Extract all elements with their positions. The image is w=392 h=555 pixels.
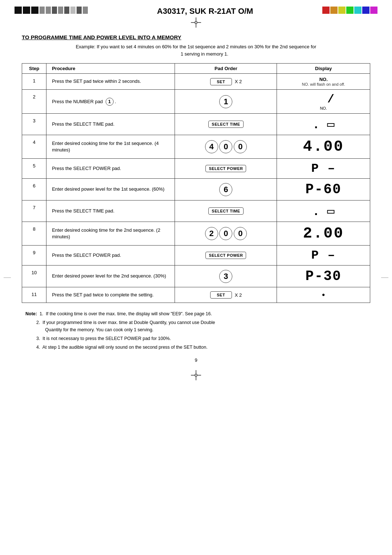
note-3: 3. It is not necessary to press the SELE… <box>25 335 367 342</box>
color-block <box>354 7 362 14</box>
number-0-pad-3[interactable]: 0 <box>219 227 232 240</box>
procedure-text: Enter desired power level for the 1st se… <box>46 179 175 200</box>
color-block <box>330 7 338 14</box>
header: A30317, SUK R-21AT O/M <box>0 0 392 16</box>
step-number: 1 <box>22 74 46 90</box>
bar-block <box>83 7 88 14</box>
bar-block <box>52 7 57 14</box>
bottom-crosshair <box>191 370 201 380</box>
step-number: 7 <box>22 200 46 222</box>
bar-block <box>15 7 22 14</box>
step-number: 3 <box>22 114 46 135</box>
display-cell: P-30 <box>277 266 370 287</box>
display-cell: 4.00 <box>277 135 370 159</box>
table-row: 3 Press the SELECT TIME pad. SELECT TIME… <box>22 114 370 135</box>
example-text: Example: If you want to set 4 minutes on… <box>22 43 370 57</box>
display-cell: . ▭ <box>277 200 370 222</box>
display-text-200: 2.00 <box>303 225 344 242</box>
pad-cell: 1 <box>175 90 277 114</box>
bar-block <box>40 7 45 14</box>
procedure-text: Press the SET pad twice within 2 seconds… <box>46 74 175 90</box>
table-row: 9 Press the SELECT POWER pad. SELECT POW… <box>22 246 370 266</box>
color-block <box>338 7 346 14</box>
display-text-p2: P – <box>311 248 336 262</box>
table-row: 10 Enter desired power level for the 2nd… <box>22 266 370 287</box>
registration-mark-left <box>4 278 11 278</box>
main-content: TO PROGRAMME TIME AND POWER LEVEL INTO A… <box>0 31 392 366</box>
select-power-pad-button[interactable]: SELECT POWER <box>205 165 246 172</box>
number-4-pad[interactable]: 4 <box>205 140 218 153</box>
pad-cell: 3 <box>175 266 277 287</box>
display-text-p60: P-60 <box>306 182 342 197</box>
step-number: 6 <box>22 179 46 200</box>
display-dot: • <box>322 290 325 299</box>
no-indicator: NO. <box>319 77 328 82</box>
section-title: TO PROGRAMME TIME AND POWER LEVEL INTO A… <box>22 34 370 40</box>
x2-label-2: X 2 <box>235 292 242 298</box>
pad-cell: 4 0 0 <box>175 135 277 159</box>
step-number: 2 <box>22 90 46 114</box>
number-1-pad[interactable]: 1 <box>219 95 232 108</box>
page-number: 9 <box>22 357 370 363</box>
step-number: 5 <box>22 159 46 179</box>
pad-cell: SET X 2 <box>175 74 277 90</box>
number-0-pad-2[interactable]: 0 <box>234 140 247 153</box>
table-row: 8 Enter desired cooking time for the 2nd… <box>22 222 370 246</box>
table-row: 6 Enter desired power level for the 1st … <box>22 179 370 200</box>
color-bar-right <box>322 7 377 14</box>
step-number: 8 <box>22 222 46 246</box>
procedure-text: Press the SELECT POWER pad. <box>46 246 175 266</box>
pad-cell: SELECT TIME <box>175 114 277 135</box>
col-header-display: Display <box>277 64 370 74</box>
display-cell: / NO. <box>277 90 370 114</box>
color-block <box>370 7 377 14</box>
x2-label: X 2 <box>235 79 242 84</box>
procedure-text: Press the SELECT TIME pad. <box>46 200 175 222</box>
pad-cell: SELECT TIME <box>175 200 277 222</box>
number-3-pad[interactable]: 3 <box>219 270 232 283</box>
number-0-pad[interactable]: 0 <box>219 140 232 153</box>
set-pad-button-2[interactable]: SET <box>210 291 232 299</box>
table-row: 2 Press the NUMBER pad 1 . 1 / NO. <box>22 90 370 114</box>
select-time-pad-button[interactable]: SELECT TIME <box>208 121 243 128</box>
top-crosshair-row <box>0 17 392 28</box>
procedure-text: Enter desired cooking time for the 2nd s… <box>46 222 175 246</box>
display-cell: 2.00 <box>277 222 370 246</box>
bar-block <box>58 7 63 14</box>
step-number: 9 <box>22 246 46 266</box>
select-time-pad-button-2[interactable]: SELECT TIME <box>208 207 243 215</box>
bar-block <box>31 7 38 14</box>
page-title: A30317, SUK R-21AT O/M <box>157 7 253 16</box>
select-power-pad-button-2[interactable]: SELECT POWER <box>205 252 246 259</box>
number-6-pad[interactable]: 6 <box>219 183 232 196</box>
note-4: 4. At step 1 the audible signal will onl… <box>25 344 367 351</box>
display-container: / NO. <box>281 93 366 110</box>
registration-mark-right <box>381 278 388 278</box>
table-row: 1 Press the SET pad twice within 2 secon… <box>22 74 370 90</box>
display-text: . ▭ <box>313 118 335 132</box>
display-text-p30: P-30 <box>306 268 342 284</box>
display-cell: P – <box>277 246 370 266</box>
color-block <box>322 7 330 14</box>
color-block <box>362 7 369 14</box>
table-row: 5 Press the SELECT POWER pad. SELECT POW… <box>22 159 370 179</box>
bottom-crosshair-row <box>0 370 392 380</box>
col-header-step: Step <box>22 64 46 74</box>
procedure-text: Enter desired cooking time for the 1st s… <box>46 135 175 159</box>
note-label: Note: 1. If the cooking time is over the… <box>25 310 367 317</box>
set-pad-button[interactable]: SET <box>210 78 232 85</box>
top-crosshair <box>191 17 201 28</box>
display-cell: • <box>277 287 370 303</box>
bar-block <box>70 7 75 14</box>
number-2-pad[interactable]: 2 <box>205 227 218 240</box>
pad-cell: 2 0 0 <box>175 222 277 246</box>
display-cell: P-60 <box>277 179 370 200</box>
display-sub: NO. <box>320 106 327 110</box>
crosshair-circle-bottom <box>195 374 197 377</box>
procedure-text: Press the NUMBER pad 1 . <box>46 90 175 114</box>
display-cell: NO. NO. will flash on and off. <box>277 74 370 90</box>
number-0-pad-4[interactable]: 0 <box>234 227 247 240</box>
bar-block <box>64 7 69 14</box>
display-text-p: P – <box>311 162 336 175</box>
display-cell: . ▭ <box>277 114 370 135</box>
